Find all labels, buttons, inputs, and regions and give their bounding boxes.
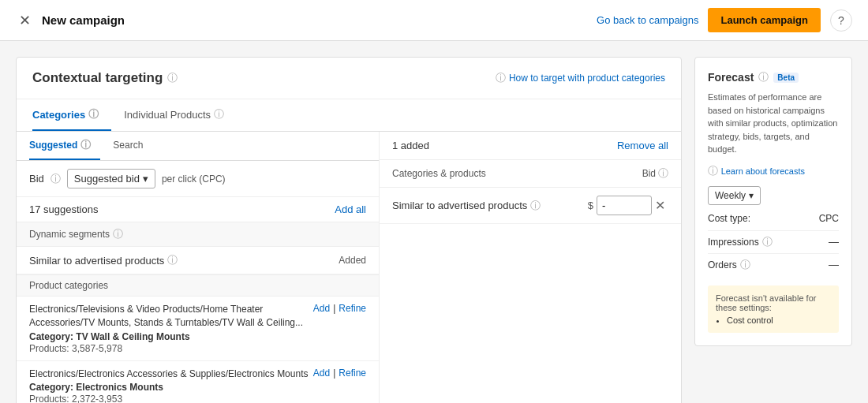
weekly-select[interactable]: Weekly ▾ [708, 186, 761, 205]
bid-cpc-label: per click (CPC) [162, 174, 226, 185]
forecast-warning-title: Forecast isn't available for these setti… [716, 293, 831, 312]
category-item: Electronics/Televisions & Video Products… [17, 297, 379, 361]
added-count: 1 added [392, 140, 429, 151]
cost-type-value: CPC [819, 213, 839, 224]
orders-value: — [829, 259, 839, 271]
added-item-info-icon[interactable]: ⓘ [530, 199, 541, 213]
products-tab-info[interactable]: ⓘ [214, 107, 224, 121]
dynamic-segments-info[interactable]: ⓘ [113, 227, 123, 241]
main-content: Contextual targeting ⓘ ⓘ How to target w… [0, 41, 868, 403]
suggestions-count: 17 suggestions [29, 203, 98, 215]
warning-item: Cost control [727, 315, 831, 325]
forecast-panel: Forecast ⓘ Beta Estimates of performance… [694, 57, 852, 346]
impressions-metric: Impressions ⓘ — [708, 230, 839, 253]
similar-advertised-item: Similar to advertised products ⓘ Added [17, 247, 379, 274]
category-name: Category: Electronics Mounts [29, 382, 366, 393]
nav-right: Go back to campaigns Launch campaign ? [597, 8, 852, 32]
forecast-warning-list: Cost control [716, 315, 831, 325]
tab-individual-products[interactable]: Individual Products ⓘ [124, 99, 237, 131]
added-item: Similar to advertised products ⓘ $ ✕ [380, 188, 681, 224]
added-header: 1 added Remove all [380, 132, 681, 160]
categories-products-col-header: Categories & products [392, 168, 486, 179]
impressions-info-icon[interactable]: ⓘ [762, 235, 773, 249]
tabs-container: Categories ⓘ Individual Products ⓘ [17, 99, 681, 132]
cost-type-row: Cost type: CPC [708, 213, 839, 224]
forecast-info-icon[interactable]: ⓘ [758, 70, 769, 84]
bid-chevron-icon: ▾ [143, 173, 148, 185]
forecast-header: Forecast ⓘ Beta [708, 70, 839, 84]
refine-category-link[interactable]: Refine [339, 368, 366, 379]
products-count: Products: 3,587-5,978 [29, 343, 366, 354]
impressions-label: Impressions [708, 237, 759, 248]
add-category-link[interactable]: Add [313, 368, 330, 379]
impressions-value: — [829, 236, 839, 248]
panel-title: Contextual targeting [32, 70, 163, 86]
suggestions-header: 17 suggestions Add all [17, 197, 379, 222]
launch-button[interactable]: Launch campaign [708, 8, 821, 32]
categories-tab-info[interactable]: ⓘ [88, 107, 99, 121]
beta-badge: Beta [773, 73, 799, 83]
add-all-link[interactable]: Add all [335, 203, 366, 215]
suggested-info-icon[interactable]: ⓘ [80, 138, 91, 152]
added-item-name: Similar to advertised products [392, 200, 527, 211]
top-nav: ✕ New campaign Go back to campaigns Laun… [0, 0, 868, 41]
category-path: Electronics/Televisions & Video Products… [29, 303, 313, 330]
remove-all-link[interactable]: Remove all [617, 140, 668, 151]
refine-category-link[interactable]: Refine [339, 303, 366, 314]
learn-link[interactable]: Learn about forecasts [721, 166, 805, 176]
forecast-desc-info: ⓘ [708, 165, 718, 177]
similar-advertised-info[interactable]: ⓘ [167, 253, 178, 267]
left-panel: Contextual targeting ⓘ ⓘ How to target w… [16, 57, 682, 403]
nav-left: ✕ New campaign [16, 9, 125, 32]
bid-label: Bid [29, 173, 44, 185]
similar-advertised-label: Similar to advertised products [29, 255, 164, 267]
remove-item-button[interactable]: ✕ [652, 198, 668, 213]
cost-type-label: Cost type: [708, 213, 750, 224]
category-path: Electronics/Electronics Accessories & Su… [29, 368, 313, 381]
bid-col-header: Bid [642, 168, 656, 179]
category-item: Electronics/Electronics Accessories & Su… [17, 361, 379, 403]
panel-body: Suggested ⓘ Search Bid ⓘ Suggested bid ▾ [17, 132, 681, 403]
sub-tab-search[interactable]: Search [113, 132, 152, 160]
bid-row: Bid ⓘ Suggested bid ▾ per click (CPC) [17, 161, 379, 197]
dynamic-segments-label: Dynamic segments ⓘ [17, 222, 379, 247]
products-count: Products: 2,372-3,953 [29, 394, 366, 403]
campaign-title: New campaign [42, 13, 125, 27]
bid-col-info[interactable]: ⓘ [658, 166, 668, 181]
header-info-icon: ⓘ [496, 72, 506, 84]
forecast-warning: Forecast isn't available for these setti… [708, 285, 839, 333]
category-name: Category: TV Wall & Ceiling Mounts [29, 331, 366, 342]
bid-select-value: Suggested bid [74, 173, 140, 185]
currency-symbol: $ [588, 200, 593, 211]
bid-info-icon[interactable]: ⓘ [51, 172, 61, 186]
added-items-list: Similar to advertised products ⓘ $ ✕ [380, 188, 681, 224]
add-category-link[interactable]: Add [313, 303, 330, 314]
orders-label: Orders [708, 259, 737, 271]
forecast-title: Forecast [708, 71, 754, 84]
close-button[interactable]: ✕ [16, 9, 34, 32]
bid-input[interactable] [597, 196, 652, 215]
help-button[interactable]: ? [830, 9, 852, 32]
orders-info-icon[interactable]: ⓘ [740, 258, 750, 272]
sub-tab-suggested[interactable]: Suggested ⓘ [29, 132, 100, 160]
suggestions-column: Suggested ⓘ Search Bid ⓘ Suggested bid ▾ [17, 132, 380, 403]
sub-tabs: Suggested ⓘ Search [17, 132, 379, 161]
added-badge: Added [339, 255, 366, 266]
added-column: 1 added Remove all Categories & products… [380, 132, 681, 403]
bid-select[interactable]: Suggested bid ▾ [67, 169, 155, 188]
weekly-label: Weekly [715, 190, 746, 201]
weekly-chevron-icon: ▾ [749, 190, 754, 201]
bid-input-group: $ [588, 196, 652, 215]
go-back-button[interactable]: Go back to campaigns [597, 14, 698, 26]
panel-header: Contextual targeting ⓘ ⓘ How to target w… [17, 58, 681, 99]
tab-categories[interactable]: Categories ⓘ [32, 99, 111, 131]
forecast-description: Estimates of performance are based on hi… [708, 91, 839, 156]
orders-metric: Orders ⓘ — [708, 253, 839, 276]
title-info-icon[interactable]: ⓘ [167, 71, 178, 85]
categories-list: Electronics/Televisions & Video Products… [17, 297, 379, 403]
added-table-header: Categories & products Bid ⓘ [380, 160, 681, 188]
how-to-link[interactable]: How to target with product categories [509, 73, 665, 84]
product-categories-label: Product categories [17, 274, 379, 297]
